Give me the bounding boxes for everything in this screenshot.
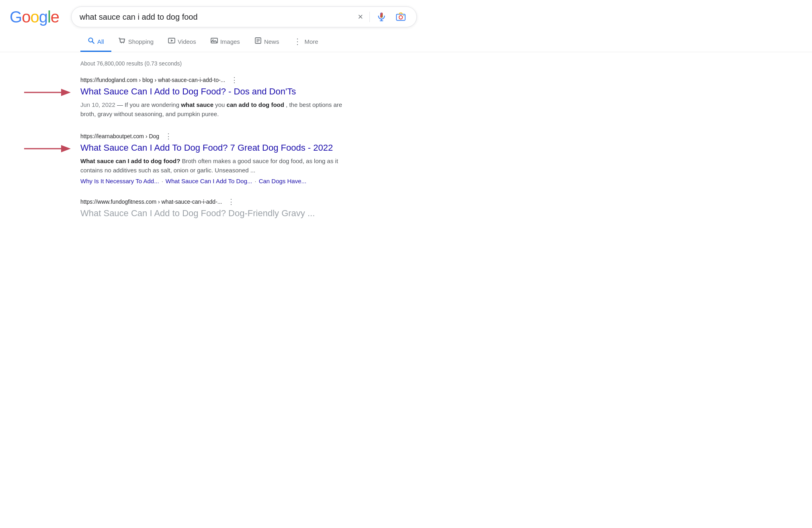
voice-search-button[interactable] [374, 11, 389, 23]
arrow-annotation-2 [24, 143, 72, 154]
search-result-3: https://www.fundogfitness.com › what-sau… [80, 197, 346, 219]
tab-more[interactable]: ⋮ More [286, 32, 325, 52]
search-result-2: https://learnaboutpet.com › Dog ⋮ What S… [80, 132, 346, 184]
result-2-url-row: https://learnaboutpet.com › Dog ⋮ [80, 132, 346, 141]
arrow-annotation-1 [24, 87, 72, 98]
tab-images[interactable]: Images [203, 32, 247, 52]
microphone-icon [376, 12, 387, 22]
result-2-sublink-2[interactable]: What Sauce Can I Add To Dog... [166, 178, 252, 184]
tab-news-label: News [264, 38, 279, 45]
result-2-snippet: What sauce can I add to dog food? Broth … [80, 156, 346, 175]
tab-videos[interactable]: Videos [161, 32, 203, 52]
search-bar-wrapper: × [71, 6, 417, 27]
logo-letter-o1: o [22, 8, 30, 26]
result-2-url: https://learnaboutpet.com › Dog [80, 133, 159, 139]
all-search-icon [88, 37, 95, 46]
result-1-url: https://fundogland.com › blog › what-sau… [80, 77, 225, 83]
svg-marker-11 [171, 39, 173, 42]
svg-point-4 [399, 16, 403, 19]
tab-all[interactable]: All [80, 32, 111, 52]
svg-rect-0 [380, 12, 383, 18]
result-1-snippet-dash: — If you are wondering [117, 101, 181, 108]
news-icon [254, 37, 262, 46]
result-3-url-row: https://www.fundogfitness.com › what-sau… [80, 197, 346, 206]
results-area: About 76,800,000 results (0.73 seconds) … [0, 52, 346, 227]
more-icon: ⋮ [293, 37, 302, 46]
sublink-sep-1: · [162, 178, 163, 184]
result-2-menu-button[interactable]: ⋮ [163, 132, 174, 141]
tab-more-label: More [304, 38, 318, 45]
shopping-icon [119, 37, 126, 46]
google-logo: G o o g l e [10, 8, 59, 26]
svg-point-8 [121, 43, 122, 43]
images-icon [211, 37, 218, 46]
result-1-bold-1: what sauce [181, 101, 213, 108]
search-bar: × [71, 6, 417, 27]
search-result-1: https://fundogland.com › blog › what-sau… [80, 76, 346, 119]
result-2-sublink-1[interactable]: Why Is It Necessary To Add... [80, 178, 159, 184]
tab-all-label: All [97, 38, 104, 45]
svg-point-5 [404, 15, 404, 16]
result-1-snippet-text1: you [215, 101, 226, 108]
tab-shopping-label: Shopping [128, 38, 154, 45]
result-1-date: Jun 10, 2022 [80, 101, 115, 108]
clear-search-button[interactable]: × [355, 11, 365, 23]
result-1-title[interactable]: What Sauce Can I Add to Dog Food? - Dos … [80, 86, 346, 98]
results-count: About 76,800,000 results (0.73 seconds) [80, 60, 346, 67]
search-input[interactable] [80, 12, 351, 22]
logo-letter-o2: o [30, 8, 39, 26]
logo-letter-g: G [10, 8, 22, 26]
nav-tabs: All Shopping Videos [0, 27, 812, 52]
result-2-title[interactable]: What Sauce Can I Add To Dog Food? 7 Grea… [80, 142, 346, 154]
logo-letter-g2: g [39, 8, 47, 26]
result-3-url: https://www.fundogfitness.com › what-sau… [80, 199, 222, 205]
result-2-snippet-bold: What sauce can I add to dog food? [80, 158, 180, 164]
videos-icon [168, 37, 175, 46]
result-2-sublinks: Why Is It Necessary To Add... · What Sau… [80, 178, 346, 184]
result-3-title[interactable]: What Sauce Can I Add to Dog Food? Dog-Fr… [80, 208, 346, 219]
result-3-menu-button[interactable]: ⋮ [226, 197, 236, 206]
tab-images-label: Images [220, 38, 240, 45]
result-1-snippet: Jun 10, 2022 — If you are wondering what… [80, 100, 346, 119]
result-1-bold-2: can add to dog food [227, 101, 284, 108]
header: G o o g l e × [0, 0, 812, 27]
result-1-url-row: https://fundogland.com › blog › what-sau… [80, 76, 346, 84]
search-divider [369, 12, 370, 22]
result-2-sublink-3[interactable]: Can Dogs Have... [259, 178, 306, 184]
tab-news[interactable]: News [247, 32, 287, 52]
logo-letter-e: e [51, 8, 59, 26]
image-search-button[interactable] [393, 11, 408, 23]
result-1-menu-button[interactable]: ⋮ [229, 76, 240, 84]
tab-videos-label: Videos [178, 38, 196, 45]
tab-shopping[interactable]: Shopping [111, 32, 161, 52]
svg-line-7 [92, 42, 94, 44]
svg-point-9 [123, 43, 124, 43]
camera-icon [396, 12, 406, 22]
sublink-sep-2: · [255, 178, 256, 184]
logo-letter-l: l [47, 8, 51, 26]
